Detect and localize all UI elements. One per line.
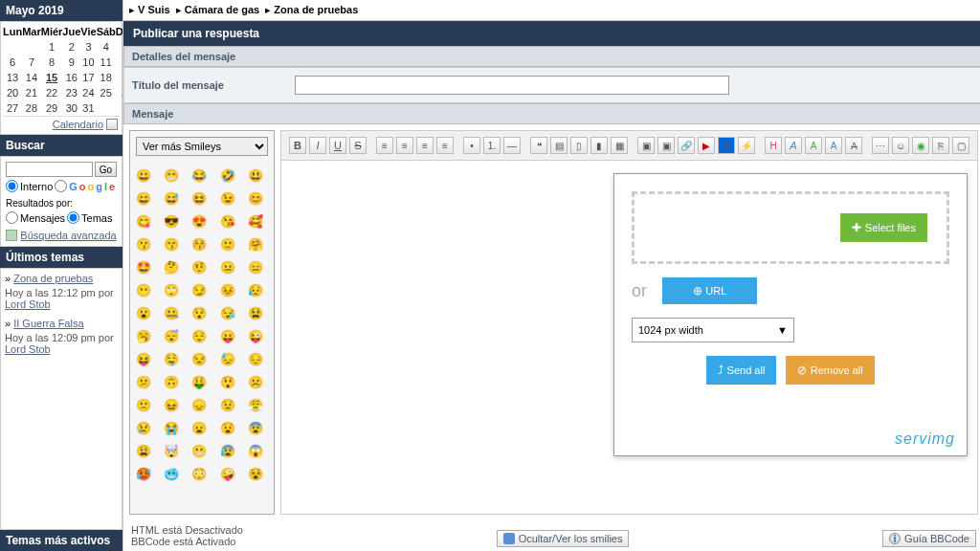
search-input[interactable] bbox=[6, 162, 93, 177]
smileys-select[interactable]: Ver más Smileys bbox=[136, 137, 268, 156]
smiley[interactable]: 😯 bbox=[189, 303, 209, 322]
today[interactable]: 15 bbox=[41, 70, 63, 85]
search-internal-radio[interactable] bbox=[6, 180, 18, 192]
smiley[interactable]: 😆 bbox=[189, 188, 209, 208]
smiley[interactable]: 😰 bbox=[218, 441, 237, 460]
smiley[interactable]: 😵 bbox=[246, 464, 265, 483]
smiley[interactable]: 😅 bbox=[162, 188, 181, 208]
smiley[interactable]: 😝 bbox=[134, 349, 153, 368]
smiley[interactable]: 😍 bbox=[189, 211, 209, 231]
italic-button[interactable]: I bbox=[309, 137, 326, 154]
smiley[interactable]: 😤 bbox=[246, 395, 265, 414]
smiley[interactable]: 😶 bbox=[134, 280, 153, 299]
smiley[interactable]: 🙄 bbox=[162, 280, 181, 299]
align-center-button[interactable]: ≡ bbox=[396, 137, 413, 154]
smiley[interactable]: 😞 bbox=[189, 395, 209, 414]
smiley[interactable]: 😚 bbox=[189, 234, 209, 253]
code-button[interactable]: ▤ bbox=[550, 137, 568, 154]
smiley[interactable]: 😳 bbox=[189, 464, 209, 483]
smiley[interactable]: 😪 bbox=[218, 303, 237, 322]
smiley[interactable]: ☹️ bbox=[246, 372, 265, 391]
smiley[interactable]: 😙 bbox=[162, 234, 181, 253]
smiley[interactable]: 😉 bbox=[218, 188, 237, 208]
smiley[interactable]: 😒 bbox=[189, 349, 209, 368]
quote-button[interactable]: ❝ bbox=[530, 137, 547, 154]
latest-topic-link[interactable]: II Guerra Falsa bbox=[13, 318, 83, 329]
date-button[interactable]: ◉ bbox=[912, 137, 929, 154]
drop-zone[interactable]: ✚ Select files bbox=[632, 191, 949, 264]
smiley[interactable]: 😎 bbox=[162, 211, 181, 231]
header-button[interactable]: H bbox=[765, 137, 782, 154]
smiley[interactable]: 🤤 bbox=[162, 349, 181, 368]
underline-button[interactable]: U bbox=[329, 137, 346, 154]
smiley[interactable]: 😃 bbox=[246, 165, 265, 185]
emoji-button[interactable]: ☺ bbox=[892, 137, 909, 154]
source-button[interactable]: ▢ bbox=[952, 137, 969, 154]
smiley[interactable]: 😋 bbox=[134, 211, 153, 231]
smiley[interactable]: 😬 bbox=[189, 441, 209, 460]
hr-button[interactable]: — bbox=[503, 137, 521, 154]
smiley[interactable]: 😮 bbox=[134, 303, 153, 322]
smiley[interactable]: 🤑 bbox=[189, 372, 209, 391]
smiley[interactable]: 🙃 bbox=[162, 372, 181, 391]
host-image-button[interactable]: ▣ bbox=[637, 137, 655, 154]
list-ol-button[interactable]: 1. bbox=[483, 137, 501, 154]
smiley[interactable]: 🙂 bbox=[218, 234, 237, 253]
latest-topic-link[interactable]: Zona de pruebas bbox=[13, 273, 93, 284]
spoiler-button[interactable]: ▯ bbox=[570, 137, 588, 154]
link-button[interactable]: 🔗 bbox=[678, 137, 695, 154]
user-link[interactable]: Lord Stob bbox=[5, 298, 51, 310]
font-button[interactable]: A bbox=[825, 137, 842, 154]
width-select[interactable]: 1024 px width▼ bbox=[632, 318, 794, 342]
more-button[interactable]: ⋯ bbox=[872, 137, 889, 154]
table-button[interactable]: ▦ bbox=[611, 137, 628, 154]
title-input[interactable] bbox=[295, 76, 729, 95]
smiley[interactable]: 😗 bbox=[134, 234, 153, 253]
send-all-button[interactable]: ⤴ Send all bbox=[706, 356, 776, 385]
smiley[interactable]: 🤨 bbox=[189, 257, 209, 276]
smiley[interactable]: 😔 bbox=[246, 349, 265, 368]
smiley[interactable]: 😦 bbox=[189, 418, 209, 437]
smiley[interactable]: 😕 bbox=[134, 372, 153, 391]
smiley[interactable]: 😣 bbox=[218, 280, 237, 299]
smiley[interactable]: 🥶 bbox=[162, 464, 181, 483]
smiley[interactable]: 😨 bbox=[246, 418, 265, 437]
youtube-button[interactable]: ▶ bbox=[698, 137, 715, 154]
smiley[interactable]: 🤔 bbox=[162, 257, 181, 276]
smiley[interactable]: 😢 bbox=[134, 418, 153, 437]
smiley[interactable]: 😟 bbox=[218, 395, 237, 414]
smiley[interactable]: 🤪 bbox=[218, 464, 237, 483]
smiley[interactable]: 😖 bbox=[162, 395, 181, 414]
smiley[interactable]: 😩 bbox=[134, 441, 153, 460]
smiley[interactable]: 😘 bbox=[218, 211, 237, 231]
smiley[interactable]: 😄 bbox=[134, 188, 153, 208]
smiley[interactable]: 🤣 bbox=[218, 165, 237, 185]
remove-format-button[interactable]: A̶ bbox=[845, 137, 862, 154]
calendar-link[interactable]: Calendario bbox=[53, 119, 103, 130]
select-files-button[interactable]: ✚ Select files bbox=[840, 213, 927, 242]
image-button[interactable]: ▣ bbox=[657, 137, 675, 154]
smiley[interactable]: 🥰 bbox=[246, 211, 265, 231]
toggle-smilies-button[interactable]: Ocultar/Ver los smilies bbox=[497, 530, 630, 547]
smiley[interactable]: 😧 bbox=[218, 418, 237, 437]
align-left-button[interactable]: ≡ bbox=[376, 137, 393, 154]
color-button[interactable]: A bbox=[805, 137, 822, 154]
smiley[interactable]: 🤩 bbox=[134, 257, 153, 276]
remove-all-button[interactable]: ⊘ Remove all bbox=[786, 356, 874, 385]
smiley[interactable]: 🤯 bbox=[162, 441, 181, 460]
smiley[interactable]: 😲 bbox=[218, 372, 237, 391]
hidden-button[interactable]: ▮ bbox=[590, 137, 608, 154]
calendar-icon[interactable] bbox=[106, 119, 118, 130]
advanced-search-link[interactable]: Búsqueda avanzada bbox=[20, 230, 116, 241]
smiley[interactable]: 🙁 bbox=[134, 395, 153, 414]
bold-button[interactable]: B bbox=[289, 137, 306, 154]
results-messages-radio[interactable] bbox=[6, 211, 18, 224]
smiley[interactable]: 😭 bbox=[162, 418, 181, 437]
align-right-button[interactable]: ≡ bbox=[416, 137, 434, 154]
smiley[interactable]: 😀 bbox=[134, 165, 153, 185]
list-ul-button[interactable]: • bbox=[463, 137, 480, 154]
smiley[interactable]: 😑 bbox=[246, 257, 265, 276]
smiley[interactable]: 😁 bbox=[162, 165, 181, 185]
smiley[interactable]: 😊 bbox=[246, 188, 265, 208]
smiley[interactable]: 😛 bbox=[218, 326, 237, 345]
